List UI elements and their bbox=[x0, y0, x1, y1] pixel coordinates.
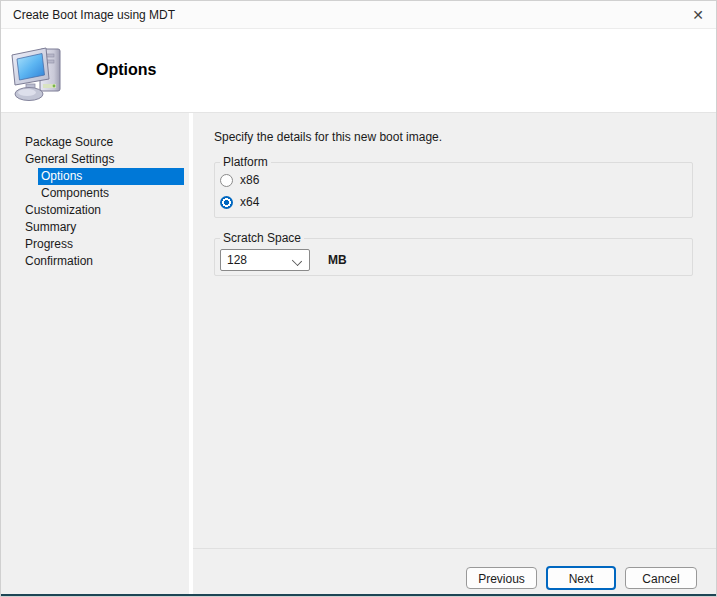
scratch-space-groupbox: Scratch Space 128 MB bbox=[214, 231, 693, 276]
sidebar-item-confirmation[interactable]: Confirmation bbox=[1, 253, 189, 270]
radio-x64-label: x64 bbox=[240, 195, 259, 209]
scratch-space-groupbox-label: Scratch Space bbox=[220, 231, 304, 245]
computer-icon bbox=[9, 43, 65, 107]
next-button[interactable]: Next bbox=[546, 566, 616, 590]
sidebar-item-components[interactable]: Components bbox=[1, 185, 189, 202]
radio-x64[interactable] bbox=[220, 196, 233, 209]
wizard-header: Options bbox=[1, 29, 717, 113]
create-boot-image-wizard-window: Create Boot Image using MDT ✕ bbox=[0, 0, 717, 597]
wizard-page-content: Specify the details for this new boot im… bbox=[193, 113, 717, 549]
cancel-button[interactable]: Cancel bbox=[625, 567, 697, 589]
sidebar-item-customization[interactable]: Customization bbox=[1, 202, 189, 219]
scratch-space-unit: MB bbox=[328, 253, 347, 267]
chevron-down-icon bbox=[292, 256, 302, 266]
sidebar-item-general-settings[interactable]: General Settings bbox=[1, 151, 189, 168]
scratch-space-dropdown[interactable]: 128 bbox=[220, 249, 310, 271]
platform-groupbox: Platform x86 x64 bbox=[214, 155, 693, 218]
window-title: Create Boot Image using MDT bbox=[1, 8, 678, 22]
scratch-space-value: 128 bbox=[227, 253, 247, 267]
sidebar-item-options[interactable]: Options bbox=[38, 168, 184, 185]
wizard-footer: Previous Next Cancel bbox=[193, 549, 717, 596]
titlebar: Create Boot Image using MDT ✕ bbox=[1, 1, 717, 29]
sidebar-item-package-source[interactable]: Package Source bbox=[1, 134, 189, 151]
close-icon[interactable]: ✕ bbox=[678, 1, 717, 28]
window-bottom-edge bbox=[1, 594, 717, 596]
wizard-step-list: Package Source General Settings Options … bbox=[1, 134, 189, 270]
page-instruction: Specify the details for this new boot im… bbox=[214, 130, 442, 144]
radio-row-x86[interactable]: x86 bbox=[220, 171, 692, 189]
page-title: Options bbox=[96, 61, 156, 79]
sidebar-item-summary[interactable]: Summary bbox=[1, 219, 189, 236]
radio-x86-label: x86 bbox=[240, 173, 259, 187]
radio-row-x64[interactable]: x64 bbox=[220, 193, 692, 211]
previous-button[interactable]: Previous bbox=[466, 567, 537, 589]
wizard-sidebar: Package Source General Settings Options … bbox=[1, 113, 189, 597]
radio-x86[interactable] bbox=[220, 174, 233, 187]
platform-groupbox-label: Platform bbox=[220, 155, 271, 169]
sidebar-item-progress[interactable]: Progress bbox=[1, 236, 189, 253]
